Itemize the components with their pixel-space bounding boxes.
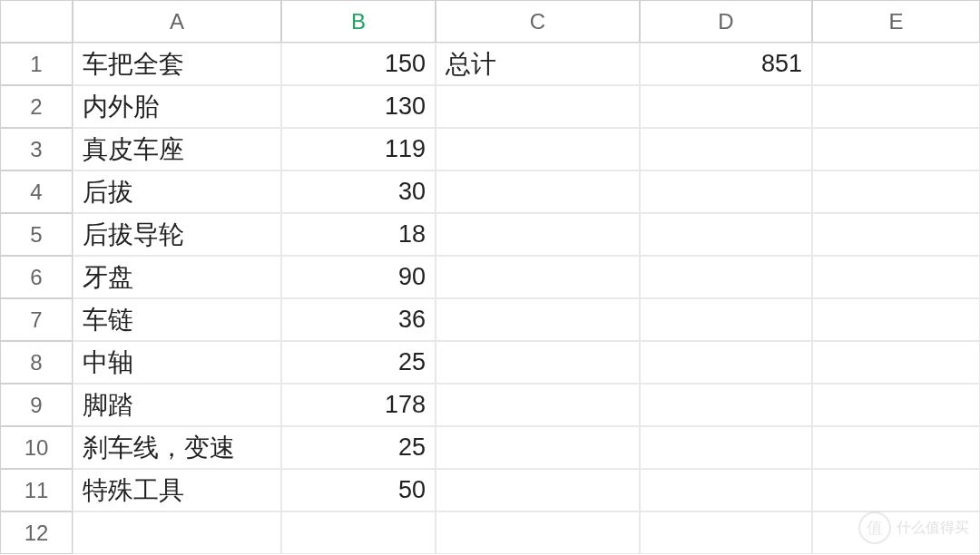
cell-c8[interactable] [436,341,640,384]
cell-d4[interactable] [640,170,812,213]
cell-d10[interactable] [640,426,812,469]
column-header-c[interactable]: C [436,0,640,43]
cell-c9[interactable] [436,384,640,426]
cell-d7[interactable] [640,298,812,341]
row-header[interactable]: 10 [0,426,73,469]
cell-a6[interactable]: 牙盘 [73,256,281,298]
cell-e11[interactable] [812,469,980,511]
cell-c10[interactable] [436,426,640,469]
cell-e9[interactable] [812,384,980,426]
cell-e8[interactable] [812,341,980,384]
watermark-text: 什么值得买 [897,519,969,538]
cell-b3[interactable]: 119 [281,128,436,170]
cell-b11[interactable]: 50 [281,469,436,511]
cell-e2[interactable] [812,85,980,128]
row-header[interactable]: 6 [0,256,73,298]
cell-b4[interactable]: 30 [281,170,436,213]
cell-a10[interactable]: 刹车线，变速 [73,426,281,469]
row-header[interactable]: 3 [0,128,73,170]
cell-b9[interactable]: 178 [281,384,436,426]
row-header[interactable]: 9 [0,384,73,426]
corner-cell[interactable] [0,0,73,43]
cell-b7[interactable]: 36 [281,298,436,341]
cell-e3[interactable] [812,128,980,170]
cell-d12[interactable] [640,511,812,554]
cell-d5[interactable] [640,213,812,256]
row-header[interactable]: 12 [0,511,73,554]
watermark-icon: 值 [858,511,891,544]
cell-d2[interactable] [640,85,812,128]
cell-b5[interactable]: 18 [281,213,436,256]
cell-e5[interactable] [812,213,980,256]
row-header[interactable]: 2 [0,85,73,128]
cell-c3[interactable] [436,128,640,170]
column-header-b[interactable]: B [281,0,436,43]
cell-e7[interactable] [812,298,980,341]
row-header[interactable]: 7 [0,298,73,341]
row-header[interactable]: 5 [0,213,73,256]
cell-d8[interactable] [640,341,812,384]
cell-c7[interactable] [436,298,640,341]
column-header-d[interactable]: D [640,0,812,43]
cell-e6[interactable] [812,256,980,298]
cell-a11[interactable]: 特殊工具 [73,469,281,511]
column-header-e[interactable]: E [812,0,980,43]
cell-c11[interactable] [436,469,640,511]
spreadsheet-grid[interactable]: A B C D E 1 车把全套 150 总计 851 2 内外胎 130 3 … [0,0,980,554]
cell-c4[interactable] [436,170,640,213]
cell-c5[interactable] [436,213,640,256]
cell-d6[interactable] [640,256,812,298]
cell-b8[interactable]: 25 [281,341,436,384]
cell-b1[interactable]: 150 [281,43,436,85]
cell-b10[interactable]: 25 [281,426,436,469]
cell-a4[interactable]: 后拔 [73,170,281,213]
cell-e10[interactable] [812,426,980,469]
cell-a9[interactable]: 脚踏 [73,384,281,426]
cell-a12[interactable] [73,511,281,554]
row-header[interactable]: 4 [0,170,73,213]
cell-c2[interactable] [436,85,640,128]
cell-a7[interactable]: 车链 [73,298,281,341]
cell-b2[interactable]: 130 [281,85,436,128]
cell-c1[interactable]: 总计 [436,43,640,85]
cell-a8[interactable]: 中轴 [73,341,281,384]
watermark: 值 什么值得买 [858,511,969,544]
cell-a1[interactable]: 车把全套 [73,43,281,85]
cell-c12[interactable] [436,511,640,554]
cell-d3[interactable] [640,128,812,170]
cell-d11[interactable] [640,469,812,511]
cell-a2[interactable]: 内外胎 [73,85,281,128]
row-header[interactable]: 1 [0,43,73,85]
cell-e4[interactable] [812,170,980,213]
cell-c6[interactable] [436,256,640,298]
row-header[interactable]: 11 [0,469,73,511]
row-header[interactable]: 8 [0,341,73,384]
cell-a5[interactable]: 后拔导轮 [73,213,281,256]
cell-e1[interactable] [812,43,980,85]
cell-a3[interactable]: 真皮车座 [73,128,281,170]
column-header-a[interactable]: A [73,0,281,43]
cell-b12[interactable] [281,511,436,554]
cell-b6[interactable]: 90 [281,256,436,298]
cell-d9[interactable] [640,384,812,426]
cell-d1[interactable]: 851 [640,43,812,85]
